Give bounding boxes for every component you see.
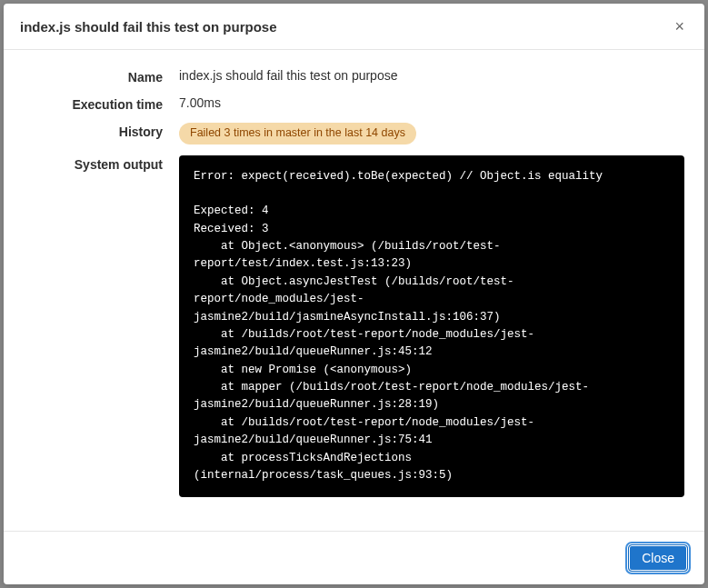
status-badge: Failed 3 times in master in the last 14 … — [179, 123, 416, 145]
modal-footer: Close — [4, 531, 704, 584]
name-row: Name index.js should fail this test on p… — [20, 68, 684, 85]
close-button[interactable]: Close — [628, 544, 688, 572]
modal-header: index.js should fail this test on purpos… — [4, 4, 704, 50]
system-output-value: Error: expect(received).toBe(expected) /… — [179, 155, 684, 498]
system-output-row: System output Error: expect(received).to… — [20, 155, 684, 498]
system-output-label: System output — [20, 155, 179, 172]
execution-time-row: Execution time 7.00ms — [20, 95, 684, 112]
execution-time-label: Execution time — [20, 95, 179, 112]
history-label: History — [20, 123, 179, 139]
test-detail-modal: index.js should fail this test on purpos… — [4, 4, 704, 584]
execution-time-value: 7.00ms — [179, 95, 684, 110]
history-row: History Failed 3 times in master in the … — [20, 123, 684, 145]
name-label: Name — [20, 68, 179, 85]
name-value: index.js should fail this test on purpos… — [179, 68, 684, 83]
history-value: Failed 3 times in master in the last 14 … — [179, 123, 684, 145]
system-output-console: Error: expect(received).toBe(expected) /… — [179, 155, 684, 498]
modal-body: Name index.js should fail this test on p… — [4, 50, 704, 531]
close-icon[interactable]: × — [671, 16, 688, 36]
modal-title: index.js should fail this test on purpos… — [20, 19, 277, 35]
